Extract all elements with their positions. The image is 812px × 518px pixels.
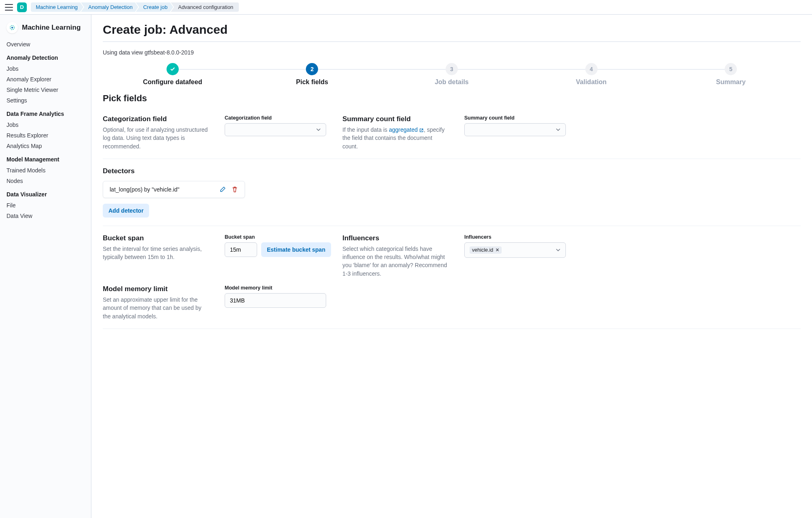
- bucket-span-desc: Set the interval for time series analysi…: [103, 245, 208, 261]
- sidebar-title: Machine Learning: [22, 24, 81, 32]
- sidebar-item-anomaly-explorer[interactable]: Anomaly Explorer: [0, 74, 91, 85]
- step-label: Job details: [435, 78, 469, 86]
- sidebar-item-single-metric-viewer[interactable]: Single Metric Viewer: [0, 85, 91, 95]
- sidebar-group-data-frame-analytics: Data Frame Analytics: [0, 106, 91, 120]
- influencers-desc: Select which categorical fields have inf…: [342, 245, 448, 278]
- bucket-span-field-label: Bucket span: [225, 234, 326, 240]
- data-view-subtitle: Using data view gtfsbeat-8.0.0-2019: [103, 49, 801, 56]
- chevron-down-icon: [556, 127, 561, 132]
- pencil-icon[interactable]: [219, 186, 226, 193]
- step-label: Summary: [716, 78, 746, 86]
- bucket-span-title: Bucket span: [103, 234, 208, 242]
- influencers-title: Influencers: [342, 234, 448, 242]
- avatar[interactable]: D: [17, 2, 27, 12]
- sidebar-item-jobs[interactable]: Jobs: [0, 63, 91, 74]
- sidebar-group-model-management: Model Management: [0, 151, 91, 165]
- sidebar-item-file[interactable]: File: [0, 200, 91, 211]
- breadcrumb-item[interactable]: Create job: [136, 2, 173, 12]
- sidebar-item-overview[interactable]: Overview: [0, 39, 91, 50]
- sidebar-item-trained-models[interactable]: Trained Models: [0, 165, 91, 176]
- hamburger-menu-icon[interactable]: [5, 4, 13, 11]
- detector-card: lat_long(pos) by "vehicle.id": [103, 181, 245, 198]
- detectors-title: Detectors: [103, 167, 801, 175]
- section-heading-pick-fields: Pick fields: [103, 93, 801, 104]
- sidebar-item-analytics-map[interactable]: Analytics Map: [0, 141, 91, 151]
- summary-count-field-select[interactable]: [464, 123, 566, 136]
- sidebar-item-nodes[interactable]: Nodes: [0, 176, 91, 186]
- sidebar-group-data-visualizer: Data Visualizer: [0, 186, 91, 200]
- sidebar-group-anomaly-detection: Anomaly Detection: [0, 50, 91, 63]
- chevron-down-icon: [316, 127, 321, 132]
- categorization-title: Categorization field: [103, 115, 208, 123]
- categorization-desc: Optional, for use if analyzing unstructu…: [103, 126, 208, 150]
- summary-count-title: Summary count field: [342, 115, 448, 123]
- step-number: 3: [446, 63, 458, 75]
- step-label: Configure datafeed: [143, 78, 202, 86]
- divider: [103, 41, 801, 42]
- sidebar-item-settings[interactable]: Settings: [0, 95, 91, 106]
- sidebar-item-dfa-jobs[interactable]: Jobs: [0, 120, 91, 130]
- step-job-details[interactable]: 3 Job details: [382, 63, 522, 86]
- step-summary[interactable]: 5 Summary: [661, 63, 801, 86]
- sidebar-item-results-explorer[interactable]: Results Explorer: [0, 130, 91, 141]
- aggregated-link[interactable]: aggregated: [389, 126, 418, 133]
- trash-icon[interactable]: [232, 186, 238, 193]
- sidebar-item-data-view[interactable]: Data View: [0, 211, 91, 221]
- step-validation[interactable]: 4 Validation: [522, 63, 661, 86]
- svg-point-1: [11, 27, 13, 28]
- model-memory-input[interactable]: [225, 293, 326, 308]
- step-label: Pick fields: [296, 78, 328, 86]
- step-pick-fields[interactable]: 2 Pick fields: [243, 63, 382, 86]
- chevron-down-icon: [556, 248, 561, 252]
- step-configure-datafeed[interactable]: Configure datafeed: [103, 63, 243, 86]
- estimate-bucket-span-button[interactable]: Estimate bucket span: [261, 242, 331, 257]
- divider: [103, 226, 801, 226]
- bucket-span-input[interactable]: [225, 242, 257, 257]
- step-number: 5: [725, 63, 737, 75]
- divider: [103, 159, 801, 159]
- breadcrumb-item[interactable]: Machine Learning: [31, 2, 83, 12]
- model-memory-desc: Set an approximate upper limit for the a…: [103, 296, 208, 320]
- summary-count-desc: If the input data is aggregated , specif…: [342, 126, 448, 150]
- categorization-field-select[interactable]: [225, 123, 326, 136]
- influencers-field-label: Influencers: [464, 234, 566, 240]
- influencers-combobox[interactable]: vehicle.id: [464, 242, 566, 258]
- influencer-chip: vehicle.id: [470, 246, 502, 254]
- summary-count-field-label: Summary count field: [464, 115, 566, 121]
- model-memory-field-label: Model memory limit: [225, 285, 326, 291]
- wizard-stepper: Configure datafeed 2 Pick fields 3 Job d…: [103, 63, 801, 86]
- external-link-icon: [419, 128, 424, 133]
- model-memory-title: Model memory limit: [103, 285, 208, 293]
- breadcrumb-item-current: Advanced configuration: [171, 2, 239, 12]
- breadcrumb: Machine Learning Anomaly Detection Creat…: [31, 2, 239, 12]
- close-icon[interactable]: [496, 248, 499, 252]
- page-title: Create job: Advanced: [103, 23, 801, 37]
- breadcrumb-item[interactable]: Anomaly Detection: [81, 2, 138, 12]
- top-bar: D Machine Learning Anomaly Detection Cre…: [0, 0, 812, 15]
- main-content: Create job: Advanced Using data view gtf…: [91, 15, 812, 518]
- step-label: Validation: [576, 78, 607, 86]
- check-icon: [167, 63, 179, 75]
- step-number: 2: [306, 63, 318, 75]
- sidebar: Machine Learning Overview Anomaly Detect…: [0, 15, 91, 518]
- divider: [103, 329, 801, 329]
- step-number: 4: [585, 63, 598, 75]
- categorization-field-label: Categorization field: [225, 115, 326, 121]
- ml-app-icon: [6, 22, 18, 33]
- detector-description: lat_long(pos) by "vehicle.id": [110, 186, 180, 193]
- add-detector-button[interactable]: Add detector: [103, 204, 149, 218]
